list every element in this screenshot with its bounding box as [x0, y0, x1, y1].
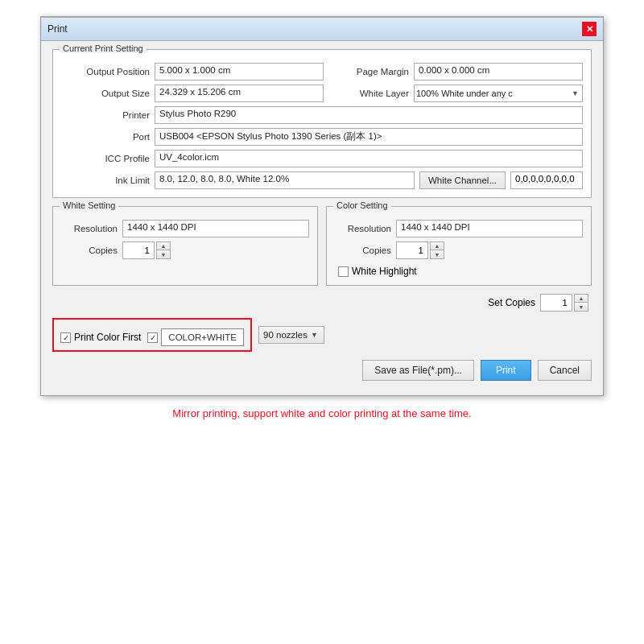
bottom-controls: ✓ Print Color First ✓ COLOR+WHITE 90 noz… [52, 318, 592, 352]
white-copies-row: ▲ ▼ [122, 242, 309, 259]
nozzles-select[interactable]: 90 nozzles ▼ [258, 326, 324, 344]
dialog-title: Print [47, 23, 68, 35]
color-copies-input[interactable] [396, 242, 428, 259]
white-copies-down-btn[interactable]: ▼ [157, 250, 170, 258]
print-button[interactable]: Print [481, 360, 531, 381]
print-color-first-label: Print Color First [74, 332, 141, 343]
ink-limit-row: Ink Limit 8.0, 12.0, 8.0, 8.0, White 12.… [61, 171, 583, 189]
white-highlight-checkbox[interactable] [338, 266, 349, 277]
settings-panels: White Setting Resolution 1440 x 1440 DPI… [52, 206, 592, 286]
icc-profile-field[interactable]: UV_4color.icm [155, 150, 583, 167]
port-label: Port [61, 132, 150, 142]
white-setting-label: White Setting [60, 200, 118, 210]
color-setting-label: Color Setting [333, 200, 391, 210]
color-copies-up-btn[interactable]: ▲ [431, 242, 444, 250]
page-margin-label: Page Margin [328, 67, 409, 76]
color-setting-group: Color Setting Resolution 1440 x 1440 DPI… [326, 206, 592, 286]
white-layer-label: White Layer [328, 89, 409, 98]
set-copies-up-btn[interactable]: ▲ [575, 295, 588, 303]
title-bar: Print ✕ [41, 18, 603, 41]
cancel-button[interactable]: Cancel [538, 360, 592, 381]
set-copies-input-row: ▲ ▼ [540, 294, 588, 312]
current-setting-label: Current Print Setting [60, 43, 147, 53]
white-layer-arrow-icon: ▼ [572, 89, 580, 97]
white-resolution-field[interactable]: 1440 x 1440 DPI [122, 220, 309, 237]
port-field[interactable]: USB004 <EPSON Stylus Photo 1390 Series (… [155, 128, 583, 146]
white-copies-up-btn[interactable]: ▲ [157, 242, 170, 250]
printer-label: Printer [61, 110, 150, 120]
color-copies-row: ▲ ▼ [396, 242, 583, 259]
nozzles-label: 90 nozzles [263, 330, 308, 340]
ink-channels-field: 0,0,0,0,0,0,0,0 [510, 171, 583, 189]
color-copies-down-btn[interactable]: ▼ [431, 250, 444, 258]
color-resolution-field[interactable]: 1440 x 1440 DPI [396, 220, 583, 237]
color-form: Resolution 1440 x 1440 DPI Copies ▲ ▼ [335, 220, 583, 259]
set-copies-down-btn[interactable]: ▼ [575, 303, 588, 311]
white-highlight-label: White Highlight [352, 266, 417, 277]
color-copies-label: Copies [335, 246, 391, 255]
print-mode-box: ✓ Print Color First ✓ COLOR+WHITE [52, 318, 252, 352]
print-dialog: Print ✕ Current Print Setting Output Pos… [40, 16, 604, 396]
output-position-label: Output Position [61, 67, 150, 76]
print-color-first-row: ✓ Print Color First [60, 332, 141, 343]
white-form: Resolution 1440 x 1440 DPI Copies ▲ ▼ [61, 220, 309, 259]
settings-grid: Output Position 5.000 x 1.000 cm Page Ma… [61, 63, 583, 102]
save-button[interactable]: Save as File(*.pm)... [362, 360, 474, 381]
color-copies-spinner: ▲ ▼ [430, 242, 444, 259]
ink-limit-label: Ink Limit [61, 175, 150, 185]
print-color-first-checkbox[interactable]: ✓ [60, 332, 71, 343]
set-copies-input[interactable] [540, 294, 572, 312]
output-size-label: Output Size [61, 89, 150, 98]
nozzles-arrow-icon: ▼ [311, 331, 320, 339]
printer-field[interactable]: Stylus Photo R290 [155, 106, 583, 124]
page-margin-field[interactable]: 0.000 x 0.000 cm [414, 63, 583, 80]
action-buttons: Save as File(*.pm)... Print Cancel [52, 360, 592, 384]
output-position-field[interactable]: 5.000 x 1.000 cm [155, 63, 324, 80]
white-channel-button[interactable]: White Channel... [419, 171, 506, 189]
close-button[interactable]: ✕ [582, 22, 597, 36]
white-copies-input[interactable] [122, 242, 155, 259]
icc-profile-label: ICC Profile [61, 154, 150, 163]
ink-limit-field[interactable]: 8.0, 12.0, 8.0, 8.0, White 12.0% [155, 171, 415, 189]
set-copies-spinner: ▲ ▼ [574, 294, 588, 312]
white-copies-label: Copies [61, 246, 118, 255]
output-size-field[interactable]: 24.329 x 15.206 cm [155, 85, 324, 102]
current-print-setting-group: Current Print Setting Output Position 5.… [52, 49, 592, 198]
white-copies-spinner: ▲ ▼ [156, 242, 171, 259]
set-copies-row: Set Copies ▲ ▼ [52, 294, 592, 312]
color-white-row: ✓ COLOR+WHITE [147, 328, 244, 346]
caption-text: Mirror printing, support white and color… [172, 407, 471, 419]
dialog-body: Current Print Setting Output Position 5.… [41, 41, 603, 395]
color-white-label: COLOR+WHITE [161, 328, 244, 346]
white-layer-select[interactable]: 100% White under any color ▼ [414, 85, 583, 102]
set-copies-label: Set Copies [488, 297, 535, 308]
color-white-checkbox[interactable]: ✓ [147, 332, 158, 343]
white-resolution-label: Resolution [61, 224, 118, 233]
white-setting-group: White Setting Resolution 1440 x 1440 DPI… [52, 206, 318, 286]
color-resolution-label: Resolution [335, 224, 391, 233]
white-highlight-row: White Highlight [338, 266, 583, 277]
